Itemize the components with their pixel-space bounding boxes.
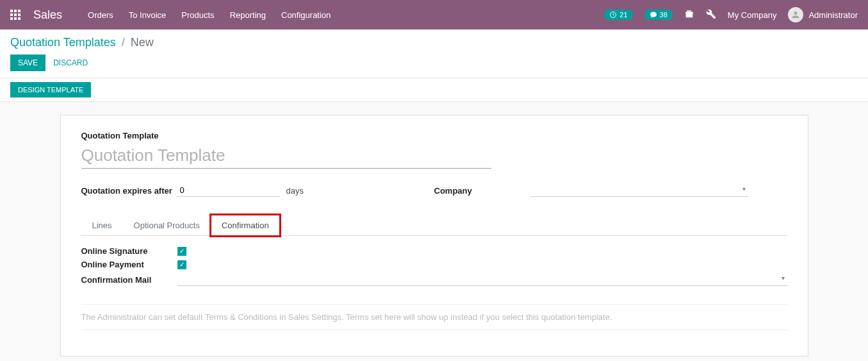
online-signature-label: Online Signature: [81, 246, 177, 256]
tools-icon[interactable]: [706, 9, 716, 21]
discuss-count: 38: [660, 11, 667, 19]
activity-badge[interactable]: 21: [604, 10, 632, 20]
cp-buttons: Save Discard: [10, 55, 858, 71]
tab-confirmation[interactable]: Confirmation: [211, 215, 280, 236]
user-name: Administrator: [808, 10, 858, 20]
nav-orders[interactable]: Orders: [88, 10, 113, 20]
discard-button[interactable]: Discard: [51, 55, 90, 71]
navbar-right: 21 38 My Company Administrator: [604, 7, 858, 22]
form-sheet-bg: Quotation Template Quotation expires aft…: [0, 102, 868, 361]
save-button[interactable]: Save: [10, 55, 45, 71]
statusbar: Design Template: [0, 78, 868, 102]
avatar: [788, 7, 803, 22]
chat-icon: [650, 11, 657, 19]
control-panel: Quotation Templates / New Save Discard: [0, 29, 868, 78]
company-select[interactable]: [530, 184, 748, 197]
nav-to-invoice[interactable]: To Invoice: [129, 10, 167, 20]
online-payment-checkbox[interactable]: ✓: [177, 260, 186, 269]
nav-products[interactable]: Products: [181, 10, 214, 20]
apps-icon[interactable]: [10, 10, 20, 20]
nav-configuration[interactable]: Configuration: [281, 10, 331, 20]
nav-links: Orders To Invoice Products Reporting Con…: [88, 10, 331, 20]
tab-optional-products[interactable]: Optional Products: [123, 215, 211, 235]
clock-icon: [609, 11, 617, 19]
app-brand[interactable]: Sales: [33, 8, 62, 22]
gift-icon[interactable]: [684, 9, 694, 21]
title-input[interactable]: [81, 143, 491, 169]
confirmation-mail-select[interactable]: [177, 273, 787, 286]
breadcrumb-sep: /: [122, 36, 125, 49]
activity-count: 21: [619, 11, 627, 19]
online-signature-checkbox[interactable]: ✓: [177, 247, 186, 256]
form-row-top: Quotation expires after days Company: [81, 184, 787, 197]
tab-lines[interactable]: Lines: [81, 215, 123, 235]
company-selector[interactable]: My Company: [728, 10, 777, 20]
confirmation-mail-row: Confirmation Mail: [81, 273, 787, 286]
breadcrumb-current: New: [131, 36, 154, 49]
title-label: Quotation Template: [81, 131, 787, 140]
form-sheet: Quotation Template Quotation expires aft…: [60, 115, 808, 357]
company-group: Company: [434, 184, 787, 197]
expires-label: Quotation expires after: [81, 186, 177, 196]
online-payment-row: Online Payment ✓: [81, 260, 787, 269]
expires-input[interactable]: [177, 184, 280, 197]
nav-reporting[interactable]: Reporting: [230, 10, 266, 20]
expires-suffix: days: [286, 186, 304, 196]
terms-hint: The Administrator can set default Terms …: [81, 304, 787, 330]
confirmation-mail-label: Confirmation Mail: [81, 275, 177, 285]
breadcrumb-parent[interactable]: Quotation Templates: [10, 36, 116, 49]
tabs: Lines Optional Products Confirmation: [81, 215, 787, 236]
online-payment-label: Online Payment: [81, 260, 177, 269]
design-template-button[interactable]: Design Template: [10, 82, 91, 97]
company-label: Company: [434, 186, 530, 196]
discuss-badge[interactable]: 38: [644, 10, 673, 20]
user-menu[interactable]: Administrator: [788, 7, 858, 22]
expires-group: Quotation expires after days: [81, 184, 434, 197]
online-signature-row: Online Signature ✓: [81, 246, 787, 256]
navbar: Sales Orders To Invoice Products Reporti…: [0, 0, 868, 29]
tab-content-confirmation: Online Signature ✓ Online Payment ✓ Conf…: [81, 236, 787, 340]
breadcrumb: Quotation Templates / New: [10, 36, 858, 49]
